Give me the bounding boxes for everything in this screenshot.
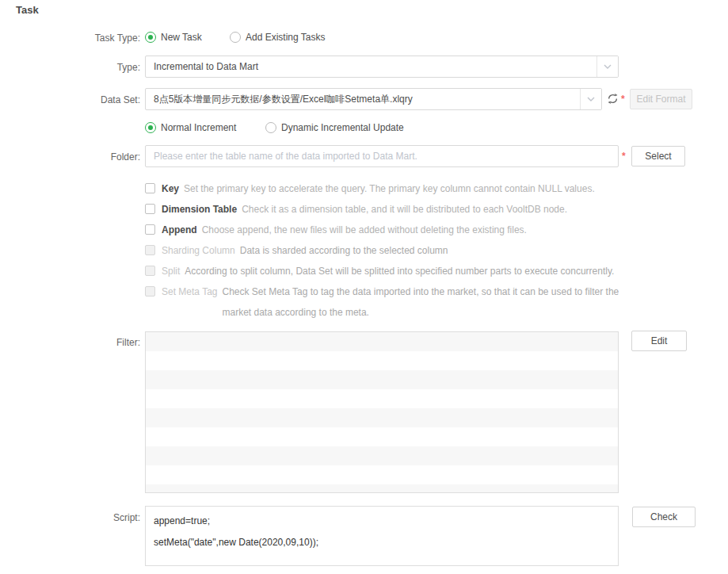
option-description: Data is sharded according to the selecte…: [240, 240, 448, 261]
radio-selected-icon[interactable]: [145, 32, 156, 43]
option-label: Set Meta Tag: [162, 281, 218, 302]
chevron-down-icon[interactable]: [597, 56, 618, 77]
select-button[interactable]: Select: [631, 146, 685, 166]
type-select-value: Incremental to Data Mart: [146, 61, 597, 72]
filter-list[interactable]: [145, 331, 619, 493]
data-set-label: Data Set:: [0, 94, 140, 105]
option-description: Set the primary key to accelerate the qu…: [184, 178, 595, 199]
radio-dot: [148, 35, 153, 40]
option-row-split: Split According to split column, Data Se…: [145, 261, 614, 281]
data-set-select[interactable]: 8点5版本增量同步元数据/参数设置/Excel咖啡Setmeta单.xlqry: [145, 88, 602, 110]
checkbox-dimension-table[interactable]: [145, 204, 155, 214]
type-label: Type:: [0, 62, 140, 73]
script-label: Script:: [0, 512, 140, 523]
radio-normal-increment[interactable]: Normal Increment: [145, 122, 236, 133]
radio-selected-icon[interactable]: [145, 122, 156, 133]
option-row-dimension-table: Dimension Table Check it as a dimension …: [145, 199, 567, 220]
radio-new-task-label: New Task: [161, 32, 202, 43]
radio-add-existing-tasks[interactable]: Add Existing Tasks: [230, 32, 326, 43]
folder-input-placeholder: Please enter the table name of the data …: [146, 151, 618, 162]
folder-label: Folder:: [0, 151, 140, 163]
option-label: Dimension Table: [162, 199, 237, 220]
required-marker: *: [621, 94, 625, 105]
chevron-down-icon[interactable]: [580, 89, 601, 109]
option-label: Append: [162, 220, 197, 240]
page-title: Task: [16, 4, 39, 16]
radio-normal-increment-label: Normal Increment: [161, 122, 236, 133]
script-line: setMeta("date",new Date(2020,09,10));: [154, 532, 610, 553]
task-form: Task Task Type: New Task Add Existing Ta…: [0, 0, 728, 574]
radio-new-task[interactable]: New Task: [145, 32, 202, 43]
option-row-append: Append Choose append, the new files will…: [145, 220, 527, 240]
checkbox-sharding-column: [145, 245, 155, 255]
checkbox-split: [145, 266, 155, 276]
task-type-label: Task Type:: [0, 33, 140, 44]
option-description: According to split column, Data Set will…: [185, 261, 614, 281]
option-row-key: Key Set the primary key to accelerate th…: [145, 178, 595, 199]
radio-unselected-icon[interactable]: [265, 122, 276, 133]
radio-unselected-icon[interactable]: [230, 32, 241, 43]
script-line: append=true;: [154, 511, 610, 532]
radio-dynamic-incremental-label: Dynamic Incremental Update: [281, 122, 404, 133]
filter-label: Filter:: [0, 337, 140, 348]
type-select[interactable]: Incremental to Data Mart: [145, 55, 619, 78]
checkbox-append[interactable]: [145, 224, 155, 235]
radio-add-existing-label: Add Existing Tasks: [246, 32, 326, 43]
required-marker: *: [622, 151, 626, 162]
data-set-value: 8点5版本增量同步元数据/参数设置/Excel咖啡Setmeta单.xlqry: [146, 93, 580, 106]
checkbox-key[interactable]: [145, 183, 155, 193]
folder-input[interactable]: Please enter the table name of the data …: [145, 145, 619, 167]
option-description: Check Set Meta Tag to tag the data impor…: [223, 281, 638, 323]
option-label: Key: [162, 178, 179, 199]
edit-button[interactable]: Edit: [631, 331, 687, 351]
script-textarea[interactable]: append=true; setMeta("date",new Date(202…: [145, 506, 619, 566]
option-description: Choose append, the new files will be add…: [202, 220, 527, 240]
option-description: Check it as a dimension table, and it wi…: [242, 199, 567, 220]
refresh-icon[interactable]: [607, 93, 619, 105]
checkbox-set-meta-tag: [145, 286, 155, 297]
radio-dot: [148, 125, 153, 130]
option-label: Split: [162, 261, 180, 281]
edit-format-button: Edit Format: [630, 89, 692, 109]
check-button[interactable]: Check: [632, 507, 696, 527]
option-row-sharding-column: Sharding Column Data is sharded accordin…: [145, 240, 448, 261]
radio-dynamic-incremental-update[interactable]: Dynamic Incremental Update: [265, 122, 404, 133]
option-row-set-meta-tag: Set Meta Tag Check Set Meta Tag to tag t…: [145, 281, 638, 323]
option-label: Sharding Column: [162, 240, 235, 261]
